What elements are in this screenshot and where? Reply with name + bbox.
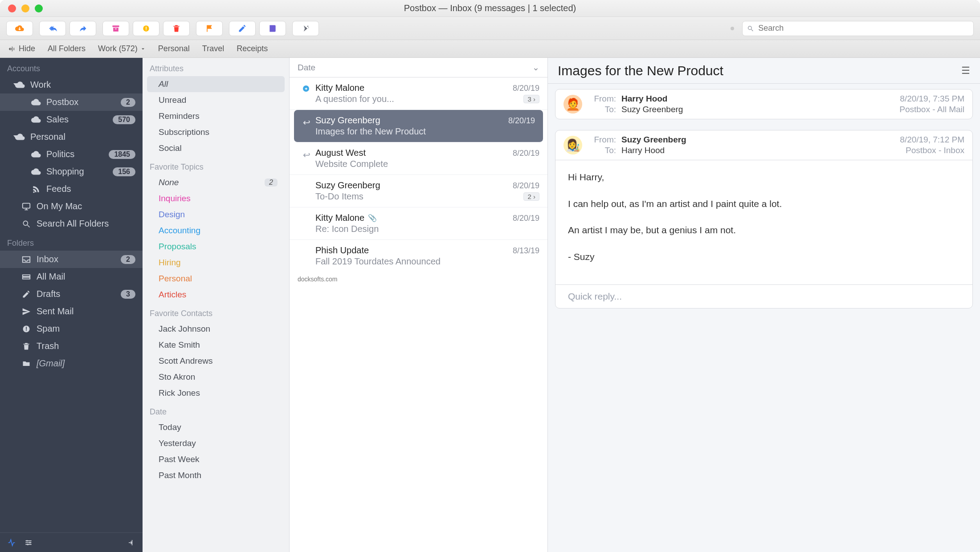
sidebar-folder-sent[interactable]: Sent Mail — [0, 303, 143, 320]
favorites-bar: Hide All Folders Work (572) Personal Tra… — [0, 40, 980, 58]
count-badge: 2 — [265, 179, 278, 187]
sidebar-folder-allmail[interactable]: All Mail — [0, 268, 143, 285]
sidebar-search-all[interactable]: Search All Folders — [0, 215, 143, 232]
topic-articles[interactable]: Articles — [147, 287, 285, 303]
message-row[interactable]: ↩ Suzy Greenberg 8/20/19 Images for the … — [294, 110, 543, 142]
sidebar-on-my-mac[interactable]: On My Mac — [0, 198, 143, 215]
reply-indicator-icon: ↩ — [303, 150, 310, 160]
date-filter-past-week[interactable]: Past Week — [147, 451, 285, 467]
sidebar-folder-inbox[interactable]: Inbox 2 — [0, 251, 143, 268]
favbar-item-work[interactable]: Work (572) — [98, 44, 146, 53]
thread-card[interactable]: 🧑‍🦰 From: Harry Hood 8/20/19, 7:35 PM To… — [555, 89, 973, 119]
thread-to: Suzy Greenberg — [621, 105, 899, 114]
svg-rect-1 — [146, 26, 147, 29]
sidebar-item-label: Inbox — [37, 254, 58, 264]
message-date: 8/20/19 — [513, 84, 539, 93]
hide-sidebar-button[interactable]: Hide — [8, 44, 35, 53]
reader-menu-icon[interactable]: ☰ — [961, 65, 970, 77]
contacts-title: Favorite Contacts — [143, 303, 289, 321]
message-subject: Fall 2019 Tourdates Announced — [315, 256, 441, 267]
message-body: Hi Harry, I can help out, as I'm an arti… — [555, 160, 972, 284]
sidebar-account-politics[interactable]: Politics 1845 — [0, 146, 143, 163]
search-icon — [21, 219, 31, 228]
message-from: Kitty Malone — [315, 213, 364, 223]
thread-from: Harry Hood — [621, 94, 899, 104]
topic-design[interactable]: Design — [147, 207, 285, 223]
sidebar-item-label: Trash — [37, 341, 59, 351]
attr-item-unread[interactable]: Unread — [147, 92, 285, 108]
attr-item-social[interactable]: Social — [147, 140, 285, 156]
message-row[interactable]: ✦ Kitty Malone 8/20/19 A question for yo… — [290, 77, 547, 110]
count-badge: 2 — [121, 255, 135, 264]
sidebar-account-postbox[interactable]: Postbox 2 — [0, 93, 143, 111]
thread-header[interactable]: 🧑‍🦰 From: Harry Hood 8/20/19, 7:35 PM To… — [555, 89, 972, 119]
sidebar-folder-drafts[interactable]: Drafts 3 — [0, 285, 143, 303]
quick-actions-button[interactable] — [292, 21, 319, 36]
favbar-item-receipts[interactable]: Receipts — [237, 44, 268, 53]
date-filter-yesterday[interactable]: Yesterday — [147, 435, 285, 451]
junk-button[interactable] — [133, 21, 159, 36]
topics-title: Favorite Topics — [143, 156, 289, 175]
thread-mailbox: Postbox - Inbox — [900, 146, 964, 155]
sidebar-folder-gmail[interactable]: [Gmail] — [0, 355, 143, 372]
favbar-item-personal[interactable]: Personal — [158, 44, 190, 53]
search-field[interactable] — [742, 21, 974, 36]
svg-rect-7 — [23, 203, 30, 208]
favbar-item-travel[interactable]: Travel — [202, 44, 224, 53]
contact-item[interactable]: Scott Andrews — [147, 353, 285, 369]
compose-button[interactable] — [229, 21, 256, 36]
archive-button[interactable] — [102, 21, 129, 36]
date-filter-past-month[interactable]: Past Month — [147, 467, 285, 483]
monitor-icon — [21, 202, 31, 211]
topic-none[interactable]: None2 — [147, 175, 285, 191]
favbar-item-all-folders[interactable]: All Folders — [48, 44, 86, 53]
sidebar-item-label: Sales — [46, 114, 69, 125]
sidebar-account-shopping[interactable]: Shopping 156 — [0, 163, 143, 180]
sidebar-folder-trash[interactable]: Trash — [0, 337, 143, 355]
app-window: Postbox — Inbox (9 messages | 1 selected… — [0, 0, 980, 552]
attr-item-subscriptions[interactable]: Subscriptions — [147, 124, 285, 140]
message-list-sort[interactable]: Date ⌄ — [290, 58, 547, 77]
sidebar-account-work[interactable]: Work — [0, 76, 143, 93]
topic-hiring[interactable]: Hiring — [147, 255, 285, 271]
search-input[interactable] — [757, 23, 969, 33]
date-filter-today[interactable]: Today — [147, 419, 285, 435]
delete-button[interactable] — [163, 21, 190, 36]
cloud-icon — [31, 167, 41, 177]
message-row[interactable]: Suzy Greenberg 8/20/19 To-Do Items 2 › — [290, 175, 547, 207]
attr-item-reminders[interactable]: Reminders — [147, 108, 285, 124]
contacts-button[interactable] — [259, 21, 286, 36]
contact-item[interactable]: Jack Johnson — [147, 321, 285, 337]
forward-button[interactable] — [69, 21, 96, 36]
attr-item-all[interactable]: All — [147, 76, 285, 92]
message-row[interactable]: Kitty Malone 📎 8/20/19 Re: Icon Design — [290, 207, 547, 240]
settings-sliders-icon[interactable] — [24, 538, 33, 547]
sidebar-account-feeds[interactable]: Feeds — [0, 180, 143, 198]
message-row[interactable]: ↩ August West 8/20/19 Website Complete — [290, 142, 547, 175]
topic-proposals[interactable]: Proposals — [147, 239, 285, 255]
thread-header[interactable]: 👩‍🎨 From: Suzy Greenberg 8/20/19, 7:12 P… — [555, 130, 972, 160]
activity-icon[interactable] — [7, 538, 16, 547]
sidebar-folder-spam[interactable]: Spam — [0, 320, 143, 337]
contact-item[interactable]: Sto Akron — [147, 369, 285, 385]
sidebar-account-personal[interactable]: Personal — [0, 128, 143, 146]
contact-item[interactable]: Kate Smith — [147, 337, 285, 353]
sidebar-account-sales[interactable]: Sales 570 — [0, 111, 143, 128]
sidebar-item-label: On My Mac — [37, 201, 82, 211]
reply-all-button[interactable] — [39, 21, 66, 36]
topic-accounting[interactable]: Accounting — [147, 223, 285, 239]
sidebar-item-label: [Gmail] — [37, 358, 65, 369]
thread-count-pill: 3 › — [523, 95, 539, 103]
main-body: Accounts Work Postbox 2 Sales 570 Person… — [0, 58, 980, 552]
chevron-down-icon: ⌄ — [532, 62, 539, 73]
get-mail-button[interactable] — [6, 21, 33, 36]
topic-personal[interactable]: Personal — [147, 271, 285, 287]
topic-inquiries[interactable]: Inquiries — [147, 191, 285, 207]
toolbar — [0, 17, 980, 40]
quick-reply-field[interactable]: Quick reply... — [555, 284, 972, 308]
collapse-sidebar-icon[interactable] — [127, 539, 135, 547]
window-title: Postbox — Inbox (9 messages | 1 selected… — [0, 3, 980, 13]
message-row[interactable]: Phish Update 8/13/19 Fall 2019 Tourdates… — [290, 240, 547, 272]
contact-item[interactable]: Rick Jones — [147, 385, 285, 401]
flag-button[interactable] — [196, 21, 223, 36]
